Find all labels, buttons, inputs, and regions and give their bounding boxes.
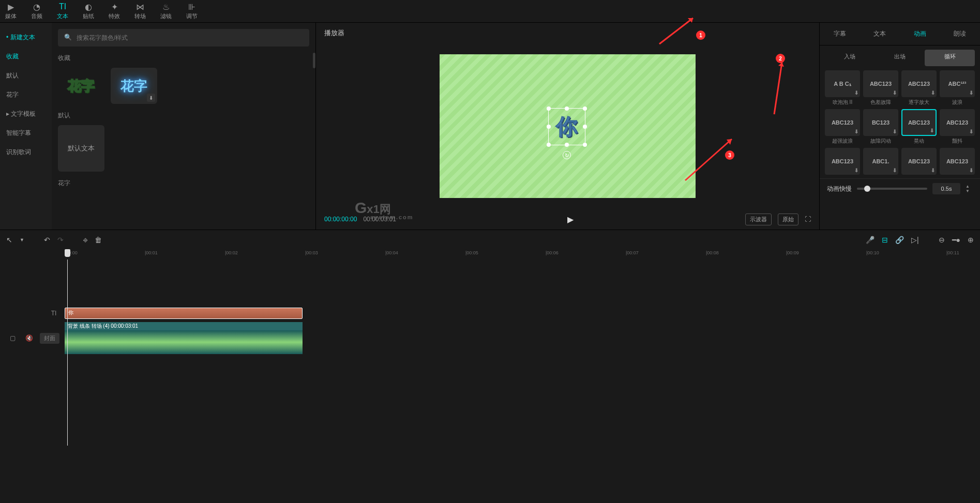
timeline-ruler[interactable]: |00:00|00:01|00:02|00:03|00:04|00:05|00:… (0, 249, 980, 260)
mic-icon[interactable]: 🎤 (866, 236, 875, 244)
stepper-down-icon[interactable]: ▼ (966, 189, 973, 193)
download-icon[interactable]: ⬇ (931, 90, 935, 96)
speed-stepper[interactable]: ▲ ▼ (966, 184, 973, 193)
resize-handle-bm[interactable] (565, 143, 569, 147)
speed-value[interactable]: 0.5s (932, 183, 960, 194)
animation-cell[interactable]: ABC123⬇ (901, 148, 937, 176)
animation-thumb[interactable]: ABC123⬇ (901, 109, 937, 136)
tool-adjust[interactable]: ⊪ 调节 (186, 2, 198, 20)
animation-thumb[interactable]: ABC123⬇ (940, 109, 975, 136)
search-input[interactable] (58, 29, 309, 47)
tool-audio[interactable]: ◔ 音频 (31, 2, 42, 20)
animation-thumb[interactable]: ABC123⬇ (901, 70, 937, 97)
tool-sticker[interactable]: ◐ 贴纸 (83, 2, 94, 20)
zoom-in-icon[interactable]: ⊕ (968, 236, 974, 244)
sidebar-newtext[interactable]: • 新建文本 (0, 28, 52, 47)
resize-handle-tr[interactable] (583, 106, 587, 111)
tool-transition[interactable]: ⋈ 转场 (134, 2, 146, 20)
subtab-loop[interactable]: 循环 (925, 50, 975, 66)
fancy-text-thumb-2[interactable]: 花字 ⬇ (111, 68, 157, 104)
animation-cell[interactable]: ABC123⬇晃动 (901, 109, 937, 145)
download-icon[interactable]: ⬇ (893, 167, 897, 173)
scope-button[interactable]: 示波器 (745, 214, 772, 225)
download-icon[interactable]: ⬇ (969, 167, 973, 173)
play-button[interactable]: ▶ (567, 215, 574, 224)
video-frame[interactable]: 你 ↻ (440, 54, 696, 198)
zoom-out-icon[interactable]: ⊖ (939, 236, 945, 244)
preview-icon[interactable]: ▷| (911, 236, 919, 244)
timeline-tracks[interactable]: TI 你 ▢ 🔇 封面 背景 线条 转场 (4) 00:00:03:01 (0, 260, 980, 503)
link-icon[interactable]: 🔗 (895, 236, 904, 244)
tool-text[interactable]: TI 文本 (57, 2, 68, 20)
tool-effects[interactable]: ✦ 特效 (109, 2, 120, 20)
cursor-dropdown-icon[interactable]: ▼ (20, 237, 24, 242)
stepper-up-icon[interactable]: ▲ (966, 184, 973, 189)
video-clip[interactable]: 背景 线条 转场 (4) 00:00:03:01 (65, 322, 303, 354)
animation-thumb[interactable]: ABC123⬇ (901, 148, 937, 175)
video-clip-body[interactable] (65, 330, 303, 354)
sidebar-favorites[interactable]: 收藏 (0, 47, 52, 66)
animation-thumb[interactable]: ABC123⬇ (825, 148, 860, 175)
resize-handle-tm[interactable] (565, 106, 569, 111)
sidebar-templates[interactable]: ▸ 文字模板 (0, 104, 52, 124)
player-viewport[interactable]: 你 ↻ (316, 43, 819, 209)
mute-icon[interactable]: 🔇 (23, 334, 35, 342)
text-clip[interactable]: 你 (65, 308, 303, 319)
resize-handle-tl[interactable] (547, 106, 551, 111)
undo-icon[interactable]: ↶ (44, 236, 50, 244)
cover-button[interactable]: 封面 (40, 333, 59, 344)
sidebar-lyrics[interactable]: 识别歌词 (0, 143, 52, 162)
download-icon[interactable]: ⬇ (931, 167, 935, 173)
magnet-icon[interactable]: ⊟ (882, 236, 888, 244)
download-icon[interactable]: ⬇ (969, 90, 973, 96)
sidebar-fancy[interactable]: 花字 (0, 85, 52, 104)
animation-thumb[interactable]: ABC123⬇ (825, 109, 860, 136)
animation-cell[interactable]: ABC¹²³⬇波浪 (940, 70, 975, 106)
animation-thumb[interactable]: ABC123⬇ (940, 148, 975, 175)
preview-text-char[interactable]: 你 (556, 112, 578, 141)
animation-cell[interactable]: BC123⬇故障闪动 (863, 109, 898, 145)
redo-icon[interactable]: ↷ (57, 236, 64, 244)
download-icon[interactable]: ⬇ (854, 90, 858, 96)
animation-cell[interactable]: A B C₁⬇吹泡泡 II (825, 70, 860, 106)
animation-thumb[interactable]: ABC¹²³⬇ (940, 70, 975, 97)
subtab-out[interactable]: 出场 (875, 50, 925, 66)
speed-slider-thumb[interactable] (864, 186, 870, 192)
resize-handle-br[interactable] (583, 143, 587, 147)
sidebar-smartsubtitle[interactable]: 智能字幕 (0, 124, 52, 143)
playhead-line[interactable] (67, 260, 68, 446)
delete-icon[interactable]: 🗑 (95, 236, 102, 244)
animation-thumb[interactable]: ABC1.⬇ (863, 148, 898, 175)
resize-handle-bl[interactable] (547, 143, 551, 147)
split-icon[interactable]: ⎆ (83, 236, 87, 244)
cursor-tool-icon[interactable]: ↖ (6, 236, 12, 244)
fullscreen-icon[interactable]: ⛶ (805, 216, 811, 223)
fancy-text-thumb-1[interactable]: 花字 (58, 68, 104, 104)
animation-thumb[interactable]: BC123⬇ (863, 109, 898, 136)
animation-cell[interactable]: ABC123⬇超强波浪 (825, 109, 860, 145)
speed-slider[interactable] (857, 188, 927, 190)
download-icon[interactable]: ⬇ (893, 129, 897, 134)
text-track-icon[interactable]: TI (48, 310, 59, 317)
animation-cell[interactable]: ABC123⬇色差故障 (863, 70, 898, 106)
default-text-thumb[interactable]: 默认文本 (58, 125, 104, 172)
download-icon[interactable]: ⬇ (854, 129, 858, 134)
sidebar-default[interactable]: 默认 (0, 66, 52, 85)
animation-thumb[interactable]: A B C₁⬇ (825, 70, 860, 97)
resize-handle-ml[interactable] (547, 125, 551, 129)
tab-subtitle[interactable]: 字幕 (830, 27, 850, 40)
subtab-in[interactable]: 入场 (825, 50, 875, 66)
zoom-handle[interactable]: ━● (952, 236, 960, 244)
download-icon[interactable]: ⬇ (854, 167, 858, 173)
animation-cell[interactable]: ABC123⬇ (940, 148, 975, 176)
video-lock-icon[interactable]: ▢ (7, 334, 18, 342)
tab-text[interactable]: 文本 (869, 27, 890, 40)
tool-media[interactable]: ▶ 媒体 (5, 2, 17, 20)
tab-read[interactable]: 朗读 (949, 27, 970, 40)
animation-thumb[interactable]: ABC123⬇ (863, 70, 898, 97)
animation-cell[interactable]: ABC123⬇逐字放大 (901, 70, 937, 106)
playhead-marker[interactable] (65, 249, 70, 257)
animation-cell[interactable]: ABC123⬇颤抖 (940, 109, 975, 145)
scrollbar-vertical[interactable] (313, 53, 315, 68)
download-icon[interactable]: ⬇ (930, 128, 934, 133)
